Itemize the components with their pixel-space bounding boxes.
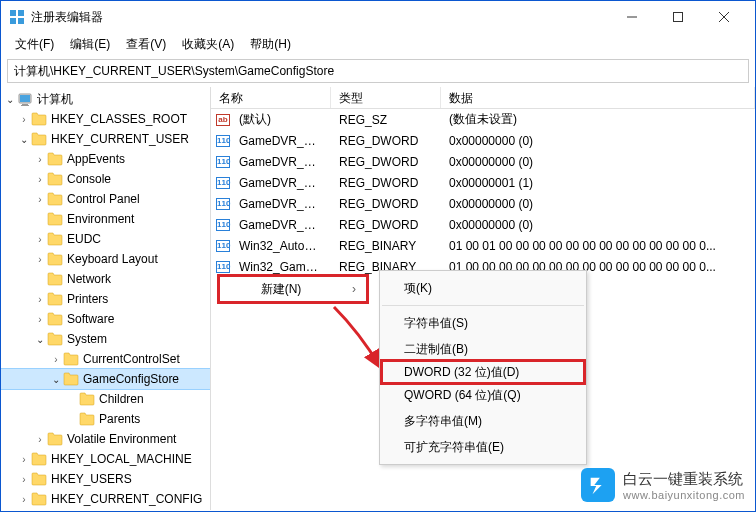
watermark: 白云一键重装系统 www.baiyunxitong.com [581, 468, 745, 502]
tree-item[interactable]: ›CurrentControlSet [1, 349, 210, 369]
menu-view[interactable]: 查看(V) [118, 34, 174, 55]
tree-item[interactable]: ›HKEY_CLASSES_ROOT [1, 109, 210, 129]
tree-chevron-icon[interactable]: › [33, 194, 47, 205]
value-name: (默认) [231, 110, 331, 129]
value-data: (数值未设置) [441, 110, 755, 129]
tree-item[interactable]: ›Software [1, 309, 210, 329]
tree-item[interactable]: ›AppEvents [1, 149, 210, 169]
value-name: GameDVR_Ho... [231, 217, 331, 233]
tree-item[interactable]: Parents [1, 409, 210, 429]
svg-rect-0 [10, 10, 16, 16]
tree-item[interactable]: ›Console [1, 169, 210, 189]
value-row[interactable]: 110GameDVR_Ho...REG_DWORD0x00000000 (0) [211, 214, 755, 235]
tree-label: HKEY_CLASSES_ROOT [51, 112, 187, 126]
tree-item[interactable]: ⌄HKEY_CURRENT_USER [1, 129, 210, 149]
tree-chevron-icon[interactable]: › [33, 234, 47, 245]
submenu-item[interactable]: 可扩充字符串值(E) [380, 434, 586, 460]
svg-rect-2 [10, 18, 16, 24]
tree-panel[interactable]: ⌄计算机›HKEY_CLASSES_ROOT⌄HKEY_CURRENT_USER… [1, 87, 211, 510]
tree-chevron-icon[interactable]: › [33, 254, 47, 265]
menu-edit[interactable]: 编辑(E) [62, 34, 118, 55]
col-data[interactable]: 数据 [441, 87, 755, 108]
submenu-item[interactable]: DWORD (32 位)值(D) [380, 359, 586, 385]
menu-help[interactable]: 帮助(H) [242, 34, 299, 55]
tree-chevron-icon[interactable]: › [33, 154, 47, 165]
tree-chevron-icon[interactable]: › [33, 314, 47, 325]
tree-chevron-icon[interactable]: › [17, 454, 31, 465]
value-type-icon: 110 [215, 196, 231, 212]
value-row[interactable]: 110GameDVR_EFS...REG_DWORD0x00000000 (0) [211, 151, 755, 172]
tree-item[interactable]: ⌄计算机 [1, 89, 210, 109]
menu-file[interactable]: 文件(F) [7, 34, 62, 55]
tree-item[interactable]: ›HKEY_USERS [1, 469, 210, 489]
folder-icon [47, 272, 63, 286]
tree-item[interactable]: Environment [1, 209, 210, 229]
value-type: REG_BINARY [331, 238, 441, 254]
value-row[interactable]: 110Win32_AutoGa...REG_BINARY01 00 01 00 … [211, 235, 755, 256]
menu-separator [382, 305, 584, 306]
regedit-window: 注册表编辑器 文件(F) 编辑(E) 查看(V) 收藏夹(A) 帮助(H) 计算… [0, 0, 756, 512]
col-name[interactable]: 名称 [211, 87, 331, 108]
menu-favorites[interactable]: 收藏夹(A) [174, 34, 242, 55]
tree-item[interactable]: ›HKEY_CURRENT_CONFIG [1, 489, 210, 509]
tree-label: GameConfigStore [83, 372, 179, 386]
tree-label: EUDC [67, 232, 101, 246]
tree-item[interactable]: ›EUDC [1, 229, 210, 249]
tree-chevron-icon[interactable]: ⌄ [33, 334, 47, 345]
tree-chevron-icon[interactable]: › [17, 114, 31, 125]
value-type-icon: ab [215, 112, 231, 128]
tree-chevron-icon[interactable]: ⌄ [3, 94, 17, 105]
tree-item[interactable]: ⌄GameConfigStore [1, 369, 210, 389]
tree-label: Console [67, 172, 111, 186]
tree-chevron-icon[interactable]: ⌄ [49, 374, 63, 385]
tree-label: Control Panel [67, 192, 140, 206]
value-data: 0x00000000 (0) [441, 196, 755, 212]
value-type-icon: 110 [215, 175, 231, 191]
submenu-item[interactable]: 多字符串值(M) [380, 408, 586, 434]
minimize-button[interactable] [609, 1, 655, 33]
tree-item[interactable]: ›HKEY_LOCAL_MACHINE [1, 449, 210, 469]
tree-chevron-icon[interactable]: › [17, 474, 31, 485]
tree-chevron-icon[interactable]: › [49, 354, 63, 365]
tree-item[interactable]: Children [1, 389, 210, 409]
submenu-item[interactable]: 字符串值(S) [380, 310, 586, 336]
tree-item[interactable]: ›Keyboard Layout [1, 249, 210, 269]
tree-label: Printers [67, 292, 108, 306]
tree-item[interactable]: ›Control Panel [1, 189, 210, 209]
tree-chevron-icon[interactable]: › [33, 174, 47, 185]
value-row[interactable]: 110GameDVR_FSE...REG_DWORD0x00000000 (0) [211, 193, 755, 214]
folder-icon [47, 172, 63, 186]
value-row[interactable]: 110GameDVR_Ena...REG_DWORD0x00000001 (1) [211, 172, 755, 193]
folder-icon [47, 232, 63, 246]
context-new-item[interactable]: 新建(N) › [217, 274, 369, 304]
svg-rect-10 [22, 104, 28, 105]
tree-chevron-icon[interactable]: › [33, 294, 47, 305]
app-icon [9, 9, 25, 25]
value-row[interactable]: 110GameDVR_DX...REG_DWORD0x00000000 (0) [211, 130, 755, 151]
tree-item[interactable]: ›Volatile Environment [1, 429, 210, 449]
value-name: GameDVR_DX... [231, 133, 331, 149]
submenu-item[interactable]: 项(K) [380, 275, 586, 301]
maximize-button[interactable] [655, 1, 701, 33]
value-row[interactable]: ab(默认)REG_SZ(数值未设置) [211, 109, 755, 130]
value-name: GameDVR_Ena... [231, 175, 331, 191]
folder-icon [47, 212, 63, 226]
address-bar[interactable]: 计算机\HKEY_CURRENT_USER\System\GameConfigS… [7, 59, 749, 83]
tree-label: 计算机 [37, 91, 73, 108]
tree-label: Children [99, 392, 144, 406]
tree-chevron-icon[interactable]: › [33, 434, 47, 445]
folder-icon [31, 492, 47, 506]
tree-chevron-icon[interactable]: › [17, 494, 31, 505]
window-controls [609, 1, 747, 33]
close-button[interactable] [701, 1, 747, 33]
folder-icon [31, 452, 47, 466]
value-type-icon: 110 [215, 259, 231, 275]
tree-item[interactable]: Network [1, 269, 210, 289]
tree-label: Parents [99, 412, 140, 426]
tree-chevron-icon[interactable]: ⌄ [17, 134, 31, 145]
submenu-item[interactable]: QWORD (64 位)值(Q) [380, 382, 586, 408]
tree-item[interactable]: ⌄System [1, 329, 210, 349]
tree-label: CurrentControlSet [83, 352, 180, 366]
col-type[interactable]: 类型 [331, 87, 441, 108]
tree-item[interactable]: ›Printers [1, 289, 210, 309]
